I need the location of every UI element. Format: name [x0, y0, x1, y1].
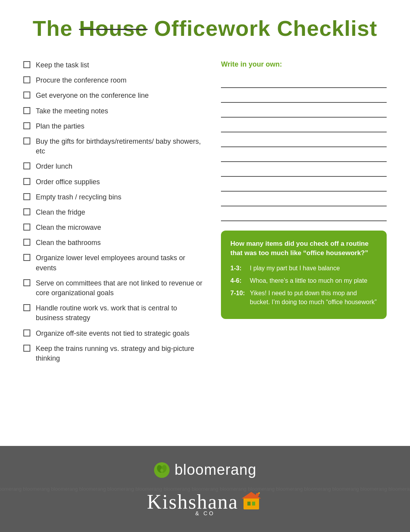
svg-point-3	[160, 469, 163, 472]
score-range: 7-10:	[230, 289, 250, 307]
checklist-column: Keep the task listProcure the conference…	[23, 56, 205, 434]
score-desc: Whoa, there’s a little too much on my pl…	[250, 277, 377, 285]
checklist-item[interactable]: Take the meeting notes	[23, 106, 205, 116]
checklist-item-text: Organize lower level employees around ta…	[36, 253, 205, 273]
checklist-item-text: Order office supplies	[36, 177, 205, 187]
write-in-lines	[221, 73, 387, 221]
checklist-item[interactable]: Plan the parties	[23, 122, 205, 131]
checkbox[interactable]	[23, 162, 30, 169]
info-box-title: How many items did you check off a routi…	[230, 239, 377, 258]
header: The House Officework Checklist	[0, 0, 410, 49]
checklist-item[interactable]: Empty trash / recycling bins	[23, 192, 205, 202]
write-in-line[interactable]	[221, 132, 387, 147]
checklist-item[interactable]: Buy the gifts for birthdays/retirements/…	[23, 137, 205, 156]
checklist-item-text: Order lunch	[36, 162, 205, 171]
bloomerang-icon	[154, 462, 170, 478]
checkbox[interactable]	[23, 329, 30, 336]
checklist-item-text: Organize off-site events not tied to str…	[36, 329, 205, 338]
checklist-item[interactable]: Clean the bathrooms	[23, 238, 205, 248]
title-house: House	[79, 16, 147, 41]
checkbox[interactable]	[23, 193, 30, 200]
checklist-item-text: Clean the fridge	[36, 208, 205, 217]
checklist-item-text: Get everyone on the conference line	[36, 91, 205, 100]
checkbox[interactable]	[23, 178, 30, 185]
page: The House Officework Checklist Keep the …	[0, 0, 410, 532]
kishshana-icon	[240, 490, 263, 513]
bloomerang-text: bloomerang	[175, 462, 257, 478]
checklist-item-text: Serve on committees that are not linked …	[36, 278, 205, 298]
write-in-line[interactable]	[221, 162, 387, 177]
bloomerang-logo: bloomerang	[154, 462, 257, 478]
checkbox[interactable]	[23, 107, 30, 114]
checklist-item[interactable]: Keep the trains running vs. strategy and…	[23, 344, 205, 363]
checkbox[interactable]	[23, 304, 30, 311]
kishshana-text: Kishshana	[147, 490, 238, 513]
checklist-item-text: Handle routine work vs. work that is cen…	[36, 303, 205, 323]
checklist-item[interactable]: Organize lower level employees around ta…	[23, 253, 205, 273]
kishshana-logo-row: Kishshana	[147, 490, 263, 513]
checklist-item[interactable]: Serve on committees that are not linked …	[23, 278, 205, 298]
svg-rect-4	[244, 498, 259, 509]
checklist-item-text: Procure the conference room	[36, 76, 205, 85]
checkbox[interactable]	[23, 76, 30, 83]
checkbox[interactable]	[23, 239, 30, 246]
checklist-item-text: Keep the task list	[36, 60, 205, 70]
write-in-line[interactable]	[221, 192, 387, 206]
checklist-item[interactable]: Clean the fridge	[23, 208, 205, 217]
checklist-item[interactable]: Get everyone on the conference line	[23, 91, 205, 100]
checklist-item[interactable]: Order office supplies	[23, 177, 205, 187]
write-in-line[interactable]	[221, 73, 387, 88]
checkbox[interactable]	[23, 92, 30, 99]
checkbox[interactable]	[23, 208, 30, 215]
checklist-item[interactable]: Clean the microwave	[23, 223, 205, 233]
checklist-item-text: Clean the microwave	[36, 223, 205, 233]
svg-rect-6	[247, 502, 251, 506]
title-the: The	[33, 16, 79, 41]
checklist-item-text: Buy the gifts for birthdays/retirements/…	[36, 137, 205, 156]
kishshana-co: & CO	[195, 510, 215, 516]
score-item: 7-10:Yikes! I need to put down this mop …	[230, 289, 377, 307]
checkbox[interactable]	[23, 345, 30, 352]
checkbox[interactable]	[23, 279, 30, 286]
info-box: How many items did you check off a routi…	[221, 231, 387, 319]
score-range: 4-6:	[230, 277, 250, 285]
write-in-label: Write in your own:	[221, 60, 387, 69]
write-in-line[interactable]	[221, 103, 387, 118]
footer-background: bloomerang bloomerang bloomerang bloomer…	[0, 446, 410, 532]
write-in-line[interactable]	[221, 177, 387, 192]
score-list: 1-3:I play my part but I have balance4-6…	[230, 264, 377, 307]
main-content: Keep the task listProcure the conference…	[0, 49, 410, 446]
checklist-item-text: Take the meeting notes	[36, 106, 205, 116]
page-title: The House Officework Checklist	[23, 16, 387, 41]
checklist-item[interactable]: Procure the conference room	[23, 76, 205, 85]
score-item: 1-3:I play my part but I have balance	[230, 264, 377, 273]
score-range: 1-3:	[230, 264, 250, 273]
write-in-line[interactable]	[221, 147, 387, 162]
checkbox[interactable]	[23, 61, 30, 68]
footer: bloomerang bloomerang bloomerang bloomer…	[0, 446, 410, 532]
checklist-item-text: Clean the bathrooms	[36, 238, 205, 248]
title-officework: Officework Checklist	[147, 16, 377, 41]
checkbox[interactable]	[23, 254, 30, 261]
write-in-line[interactable]	[221, 206, 387, 221]
checkbox[interactable]	[23, 137, 30, 144]
right-column: Write in your own: How many items did yo…	[221, 56, 387, 434]
checkbox[interactable]	[23, 122, 30, 129]
score-item: 4-6:Whoa, there’s a little too much on m…	[230, 277, 377, 285]
score-desc: Yikes! I need to put down this mop and b…	[250, 289, 377, 307]
checklist-item-text: Plan the parties	[36, 122, 205, 131]
kishshana-logo-container: Kishshana & CO	[147, 490, 263, 516]
svg-point-9	[258, 492, 260, 494]
checklist-item-text: Keep the trains running vs. strategy and…	[36, 344, 205, 363]
write-in-line[interactable]	[221, 88, 387, 103]
checklist-item-text: Empty trash / recycling bins	[36, 192, 205, 202]
checklist-item[interactable]: Order lunch	[23, 162, 205, 171]
checklist-item[interactable]: Keep the task list	[23, 60, 205, 70]
checklist-item[interactable]: Organize off-site events not tied to str…	[23, 329, 205, 338]
write-in-line[interactable]	[221, 118, 387, 132]
checklist-item[interactable]: Handle routine work vs. work that is cen…	[23, 303, 205, 323]
score-desc: I play my part but I have balance	[250, 264, 377, 273]
svg-rect-7	[252, 502, 255, 506]
checkbox[interactable]	[23, 224, 30, 231]
